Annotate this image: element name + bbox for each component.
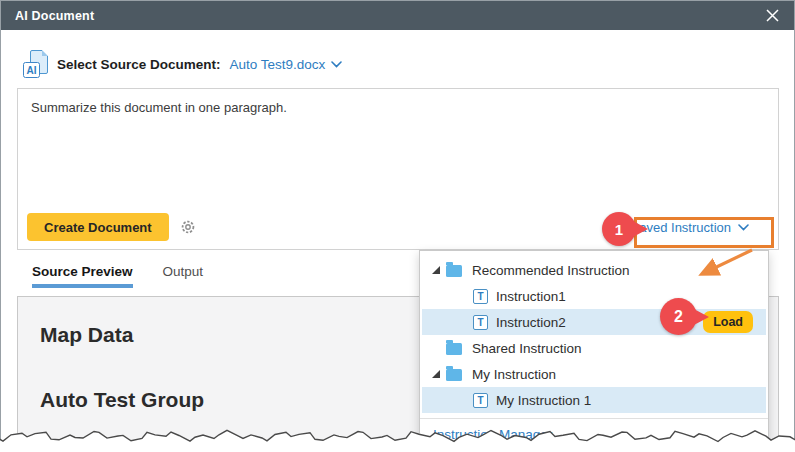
instruction-row-my-instruction-1[interactable]: T My Instruction 1 — [422, 387, 766, 413]
step-badge-1: 1 — [602, 212, 636, 246]
instruction-row-1[interactable]: T Instruction1 — [422, 283, 766, 309]
preview-group-title: Auto Test Group — [40, 388, 204, 412]
close-button[interactable] — [764, 8, 780, 24]
chevron-down-icon — [331, 61, 342, 68]
preview-document-title: Map Data — [40, 323, 133, 347]
source-document-value: Auto Test9.docx — [230, 57, 326, 72]
prompt-text: Summarize this document in one paragraph… — [31, 100, 287, 115]
source-document-label: Select Source Document: — [57, 57, 221, 72]
instruction-manager-link[interactable]: Instruction Manager — [420, 418, 768, 450]
ai-document-icon: AI — [23, 50, 48, 78]
tab-source-preview[interactable]: Source Preview — [32, 264, 133, 288]
folder-row-shared-instruction[interactable]: Shared Instruction — [422, 335, 766, 361]
window-title: AI Document — [15, 9, 94, 23]
source-selector-row: AI Select Source Document: Auto Test9.do… — [23, 50, 342, 78]
tab-bar: Source Preview Output — [32, 264, 203, 288]
folder-icon — [446, 343, 462, 355]
instruction-type-icon: T — [473, 315, 488, 330]
instruction-row-2[interactable]: T Instruction2 Load — [422, 309, 766, 335]
prompt-textarea[interactable]: Summarize this document in one paragraph… — [17, 88, 779, 250]
folder-row-recommended-instruction[interactable]: Recommended Instruction — [422, 257, 766, 283]
source-document-dropdown[interactable]: Auto Test9.docx — [230, 57, 343, 72]
step-badge-2: 2 — [660, 298, 697, 335]
close-icon — [766, 9, 779, 22]
create-document-button[interactable]: Create Document — [27, 213, 169, 241]
load-button[interactable]: Load — [703, 311, 753, 333]
composer-bar: Create Document Saved Instruction — [27, 213, 770, 241]
window-titlebar: AI Document — [1, 1, 794, 30]
folder-icon — [446, 265, 462, 277]
tab-output[interactable]: Output — [163, 264, 204, 288]
instruction-type-icon: T — [473, 393, 488, 408]
folder-row-my-instruction[interactable]: My Instruction — [422, 361, 766, 387]
ai-document-dialog: AI Document AI Select Source Document: A… — [0, 0, 795, 452]
saved-instruction-dropdown: Recommended Instruction T Instruction1 T… — [419, 250, 769, 447]
instruction-type-icon: T — [473, 289, 488, 304]
saved-instruction-button[interactable]: Saved Instruction — [631, 220, 749, 235]
expand-triangle-icon[interactable] — [432, 266, 440, 274]
settings-gear-icon[interactable] — [180, 219, 196, 235]
folder-icon — [446, 369, 462, 381]
chevron-down-icon — [738, 224, 749, 231]
expand-triangle-icon[interactable] — [432, 370, 440, 378]
